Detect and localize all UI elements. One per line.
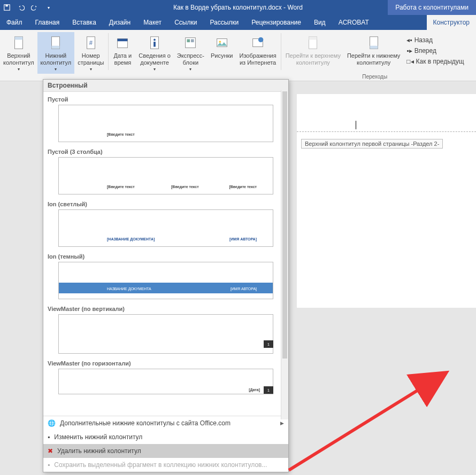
svg-text:#: # [89,40,93,46]
svg-point-11 [153,39,156,41]
page[interactable]: Верхний колонтитул первой страницы -Разд… [297,94,476,308]
tab-design[interactable]: Дизайн [103,15,137,30]
footer-icon [47,34,64,51]
window-title: Как в Ворде убрать колонтитул.docx - Wor… [173,4,303,11]
gallery-header: Встроенный [43,80,288,92]
header-icon [10,34,27,51]
footer-gallery-dropdown: Встроенный Пустой [Введите текст Пустой … [43,79,289,472]
edit-icon: ▪ [48,433,50,441]
gallery-item-vm-vert-title: ViewMaster (по вертикали) [48,306,284,312]
svg-rect-15 [191,39,194,42]
svg-rect-14 [187,39,190,42]
link-to-previous[interactable]: □◂Как в предыдущ [405,57,465,66]
tab-design-context[interactable]: Конструктор [427,15,476,30]
contextual-tools-label: Работа с колонтитулами [388,0,476,15]
tab-acrobat[interactable]: ACROBAT [332,15,375,30]
svg-rect-9 [118,39,128,42]
gallery-scrollbar[interactable] [281,90,288,419]
gallery-item-blank3[interactable]: [Введите текст [Введите текст [Введите т… [58,157,273,194]
vm-horiz-pagenum: 1 [264,386,273,394]
goto-footer-icon [365,34,382,51]
quick-parts-icon [182,34,199,51]
quick-access-toolbar: ▾ [0,0,56,15]
tab-references[interactable]: Ссылки [168,15,203,30]
svg-point-17 [219,41,221,43]
gallery-item-blank3-title: Пустой (3 столбца) [48,149,284,155]
goto-header-button: Перейти к верхнему колонтитулу [282,32,344,68]
more-footers-online[interactable]: 🌐 Дополнительные нижние колонтитулы с са… [43,416,288,430]
gallery-item-vm-horiz-title: ViewMaster (по горизонтали) [48,360,284,367]
link-icon: □◂ [406,58,413,65]
header-boundary [297,131,476,132]
tab-review[interactable]: Рецензирование [245,15,308,30]
text-cursor [356,121,356,129]
page-number-icon: # [82,34,99,51]
header-section-tag: Верхний колонтитул первой страницы -Разд… [301,139,443,149]
doc-info-button[interactable]: Сведения о документе▾ [135,32,173,74]
redo-button[interactable] [28,0,42,15]
gallery-item-blank[interactable]: [Введите текст [58,105,273,142]
svg-rect-5 [52,46,60,49]
nav-forward[interactable]: ▪▸Вперед [405,46,465,56]
tab-view[interactable]: Вид [308,15,332,30]
svg-point-19 [258,37,263,42]
online-picture-icon [249,34,266,51]
tab-layout[interactable]: Макет [137,15,168,30]
undo-button[interactable] [14,0,28,15]
tab-insert[interactable]: Вставка [66,15,103,30]
goto-footer-button[interactable]: Перейти к нижнему колонтитулу [344,32,403,68]
title-bar: ▾ Как в Ворде убрать колонтитул.docx - W… [0,0,476,15]
remove-footer[interactable]: ✖ Удалить нижний колонтитул [43,444,288,458]
tab-home[interactable]: Главная [29,15,66,30]
tab-file[interactable]: Файл [0,15,29,30]
info-icon [146,34,163,51]
globe-icon: 🌐 [48,419,56,427]
svg-rect-12 [153,42,156,46]
edit-footer[interactable]: ▪ Изменить нижний колонтитул [43,430,288,444]
gallery-item-ion-light[interactable]: [НАЗВАНИЕ ДОКУМЕНТА] [ИМЯ АВТОРА] [58,209,273,247]
gallery-item-ion-dark-title: Ion (темный) [48,253,284,260]
svg-rect-21 [309,37,317,40]
svg-rect-23 [370,46,378,49]
header-button[interactable]: Верхний колонтитул▾ [0,32,37,74]
ribbon: Верхний колонтитул▾ Нижний колонтитул▾ #… [0,30,476,81]
calendar-icon [114,34,131,51]
svg-rect-3 [14,37,22,40]
picture-icon [213,34,231,51]
footer-button[interactable]: Нижний колонтитул▾ [37,32,75,74]
submenu-arrow-icon: ▶ [280,421,284,426]
save-icon: ▪ [48,461,50,469]
ribbon-tabs: Файл Главная Вставка Дизайн Макет Ссылки… [0,15,476,30]
save-button[interactable] [0,0,14,15]
quick-parts-button[interactable]: Экспресс- блоки▾ [174,32,208,74]
goto-header-icon [304,34,321,51]
svg-rect-1 [5,5,7,7]
gallery-item-vm-horiz[interactable]: [Дата] 1 [58,369,273,394]
gallery-item-vm-vert[interactable]: 1 [58,314,273,354]
page-number-button[interactable]: # Номер страницы▾ [74,32,107,74]
vm-vert-pagenum: 1 [264,340,273,348]
gallery-footer-menu: 🌐 Дополнительные нижние колонтитулы с са… [43,416,288,472]
prev-icon: ◂▪ [406,36,412,44]
delete-icon: ✖ [48,447,53,455]
date-time-button[interactable]: Дата и время [110,32,135,68]
gallery-item-ion-light-title: Ion (светлый) [48,201,284,207]
nav-group-label: Переходы [362,74,387,80]
online-pictures-button[interactable]: Изображения из Интернета [236,32,280,68]
gallery-item-blank-title: Пустой [48,96,284,103]
next-icon: ▪▸ [406,47,412,54]
pictures-button[interactable]: Рисунки [208,32,236,61]
nav-back[interactable]: ◂▪Назад [405,35,465,45]
qat-customize[interactable]: ▾ [42,0,56,15]
tab-mailings[interactable]: Рассылки [203,15,245,30]
save-selection: ▪ Сохранить выделенный фрагмент в коллек… [43,458,288,472]
gallery-item-ion-dark[interactable]: НАЗВАНИЕ ДОКУМЕНТА [ИМЯ АВТОРА] [58,262,273,299]
